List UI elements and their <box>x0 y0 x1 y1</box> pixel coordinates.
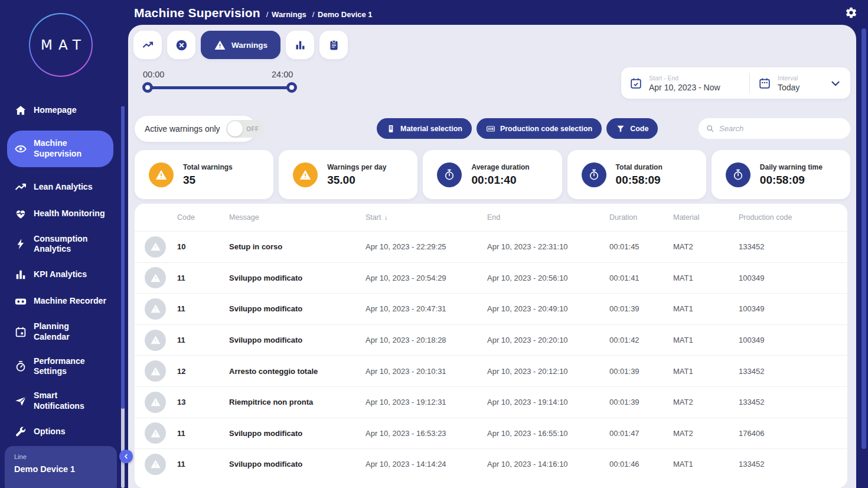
tab-x-circle[interactable] <box>167 31 195 59</box>
device-card-value: Demo Device 1 <box>14 464 107 474</box>
cell-message: Sviluppo modificato <box>229 429 366 438</box>
cell-end: Apr 10, 2023 - 19:14:10 <box>487 398 609 406</box>
logo-text: MAT <box>35 37 87 53</box>
bar-chart-icon <box>294 39 306 51</box>
tab-warnings[interactable]: Warnings <box>201 31 280 59</box>
clipboard-icon <box>328 39 340 51</box>
column-header-duration[interactable]: Duration <box>609 213 673 222</box>
cell-end: Apr 10, 2023 - 16:55:10 <box>487 429 609 438</box>
cell-code: 11 <box>177 460 229 469</box>
cell-production-code: 133452 <box>739 242 847 251</box>
tab-clipboard[interactable] <box>319 31 348 59</box>
column-header-end[interactable]: End <box>487 213 609 222</box>
sidebar-item-smart-notifications[interactable]: Smart Notifications <box>7 391 113 412</box>
material-icon <box>386 124 396 134</box>
stopwatch-icon <box>588 168 601 181</box>
column-header-code[interactable]: Code <box>177 213 229 222</box>
cell-duration: 00:01:46 <box>609 460 673 469</box>
table-row[interactable]: 11Sviluppo modificatoApr 10, 2023 - 14:1… <box>135 448 847 480</box>
interval-label: Interval <box>778 74 800 82</box>
sidebar-item-consumption-analytics[interactable]: Consumption Analytics <box>7 234 113 255</box>
table-header-row: CodeMessageStart↓EndDurationMaterialProd… <box>135 204 847 231</box>
settings-gear-icon[interactable] <box>845 6 857 19</box>
sidebar-scrollbar[interactable] <box>121 106 125 488</box>
warning-triangle-icon <box>150 334 161 346</box>
sidebar-item-label: Lean Analytics <box>34 182 93 193</box>
cell-duration: 00:01:39 <box>609 398 673 406</box>
search-input[interactable] <box>719 124 843 133</box>
production-code-selection-label: Production code selection <box>500 125 592 133</box>
column-header-message[interactable]: Message <box>229 213 366 222</box>
cell-duration: 00:01:42 <box>609 336 673 344</box>
warning-triangle-icon <box>150 428 161 439</box>
sidebar-item-health-monitoring[interactable]: Health Monitoring <box>7 207 113 220</box>
toggle-knob[interactable] <box>227 121 243 136</box>
cell-production-code: 133452 <box>739 367 847 376</box>
column-header-label: Material <box>673 213 699 222</box>
column-header-start[interactable]: Start↓ <box>366 213 487 222</box>
warning-triangle-icon <box>150 241 161 252</box>
cell-code: 11 <box>177 274 229 282</box>
sidebar-item-machine-recorder[interactable]: Machine Recorder <box>7 295 113 308</box>
time-range-slider[interactable] <box>148 86 292 89</box>
cell-material: MAT1 <box>673 304 739 313</box>
date-range-card: Start - End Apr 10, 2023 - Now Interval … <box>621 67 850 99</box>
slider-start-label: 00:00 <box>143 70 164 79</box>
cell-production-code: 133452 <box>739 460 847 469</box>
material-selection-button[interactable]: Material selection <box>377 118 472 139</box>
sidebar-item-performance-settings[interactable]: Performance Settings <box>7 356 113 378</box>
cell-message: Setup in corso <box>229 242 366 251</box>
table-row[interactable]: 11Sviluppo modificatoApr 10, 2023 - 20:1… <box>135 324 847 356</box>
x-circle-icon <box>175 39 188 51</box>
gauge-icon <box>14 360 27 373</box>
sidebar-collapse-button[interactable] <box>119 450 133 463</box>
sort-desc-icon: ↓ <box>384 213 387 222</box>
cell-code: 11 <box>177 336 229 344</box>
column-header-production-code[interactable]: Production code <box>739 213 847 222</box>
sidebar-item-options[interactable]: Options <box>7 425 113 438</box>
sidebar-item-label: Planning Calendar <box>34 321 70 343</box>
production-code-selection-button[interactable]: Production code selection <box>477 118 602 139</box>
sidebar-item-planning-calendar[interactable]: Planning Calendar <box>7 321 113 343</box>
interval-picker[interactable]: Interval Today <box>750 67 850 99</box>
sidebar-item-label: Smart Notifications <box>34 391 84 412</box>
stat-value: 00:58:09 <box>760 174 823 187</box>
heart-pulse-icon <box>14 207 27 220</box>
warning-triangle-badge <box>145 298 166 320</box>
sidebar-item-kpi-analytics[interactable]: KPI Analytics <box>7 268 113 281</box>
stopwatch-badge <box>437 162 462 187</box>
active-warnings-filter: Active warnings only OFF <box>135 116 256 142</box>
slider-handle-end[interactable] <box>286 82 297 93</box>
code-filter-button[interactable]: Code <box>606 118 658 139</box>
search-icon <box>706 124 714 133</box>
sidebar-scrollbar-thumb[interactable] <box>121 106 125 409</box>
tab-trend-line[interactable] <box>133 31 162 59</box>
cell-end: Apr 10, 2023 - 14:16:10 <box>487 460 609 469</box>
sidebar-item-homepage[interactable]: Homepage <box>7 104 113 117</box>
page-scrollbar[interactable] <box>862 28 866 449</box>
table-row[interactable]: 11Sviluppo modificatoApr 10, 2023 - 16:5… <box>135 418 847 449</box>
column-header-material[interactable]: Material <box>673 213 739 222</box>
chevron-down-icon[interactable] <box>829 77 842 90</box>
stat-card-daily-warning-time: Daily warning time00:58:09 <box>712 150 850 199</box>
home-icon <box>14 104 27 117</box>
table-row[interactable]: 12Arresto conteggio totaleApr 10, 2023 -… <box>135 355 847 386</box>
toggle-state-label: OFF <box>246 126 259 132</box>
table-row[interactable]: 13Riempitrice non prontaApr 10, 2023 - 1… <box>135 386 847 418</box>
active-warnings-toggle[interactable]: OFF <box>226 120 265 138</box>
cell-start: Apr 10, 2023 - 22:29:25 <box>366 242 487 251</box>
content-panel: Warnings 00:00 24:00 Start - End Apr 10,… <box>128 25 856 488</box>
column-header-label: Code <box>177 213 195 222</box>
cell-end: Apr 10, 2023 - 20:49:10 <box>487 304 609 313</box>
recorder-icon <box>14 295 27 308</box>
sidebar-item-machine-supervision[interactable]: Machine Supervision <box>7 131 113 167</box>
tab-bar-chart[interactable] <box>286 31 314 59</box>
slider-handle-start[interactable] <box>142 82 153 93</box>
cell-code: 11 <box>177 304 229 313</box>
table-row[interactable]: 10Setup in corsoApr 10, 2023 - 22:29:25A… <box>135 231 847 262</box>
table-row[interactable]: 11Sviluppo modificatoApr 10, 2023 - 20:4… <box>135 293 847 324</box>
stat-label: Total warnings <box>183 163 233 171</box>
sidebar-item-lean-analytics[interactable]: Lean Analytics <box>7 181 113 194</box>
start-end-picker[interactable]: Start - End Apr 10, 2023 - Now <box>621 67 749 99</box>
table-row[interactable]: 11Sviluppo modificatoApr 10, 2023 - 20:5… <box>135 262 847 294</box>
